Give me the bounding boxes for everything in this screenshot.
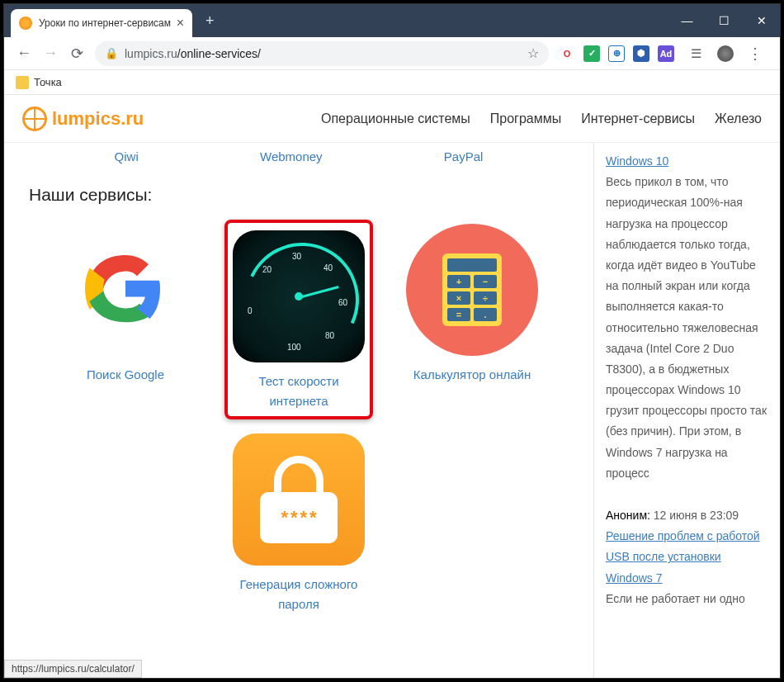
nav-services[interactable]: Интернет-сервисы	[581, 111, 695, 126]
extension-cube-icon[interactable]: ⬢	[633, 45, 649, 62]
reading-list-icon[interactable]: ☰	[682, 40, 709, 67]
browser-tab[interactable]: Уроки по интернет-сервисам ×	[11, 9, 192, 37]
service-label: Калькулятор онлайн	[413, 365, 531, 385]
site-nav: Операционные системы Программы Интернет-…	[321, 111, 762, 126]
service-calculator[interactable]: +− ×÷ =. Калькулятор онлайн	[398, 220, 546, 419]
nav-hardware[interactable]: Железо	[715, 111, 762, 126]
tab-title: Уроки по интернет-сервисам	[39, 17, 172, 29]
url-host: lumpics.ru	[125, 47, 177, 60]
service-google-search[interactable]: Поиск Google	[51, 220, 200, 419]
service-speed-test[interactable]: 0 20 30 40 60 80 100	[224, 220, 373, 419]
titlebar: Уроки по интернет-сервисам × + — ☐ ✕	[4, 4, 780, 37]
logo-text: lumpics.ru	[52, 108, 144, 130]
profile-avatar-icon[interactable]	[717, 45, 734, 62]
google-logo-icon	[68, 232, 183, 348]
service-label: Поиск Google	[87, 365, 164, 385]
nav-back-icon[interactable]: ←	[11, 40, 37, 67]
nav-forward-icon: →	[37, 40, 64, 67]
window-close-icon[interactable]: ✕	[743, 4, 780, 37]
new-tab-button[interactable]: +	[205, 12, 215, 30]
service-label: Тест скорости интернета	[233, 372, 365, 411]
url-input[interactable]: 🔒 lumpics.ru/online-services/ ☆	[95, 41, 549, 66]
tab-favicon-icon	[19, 17, 32, 30]
site-header: lumpics.ru Операционные системы Программ…	[4, 95, 780, 143]
service-label: Генерация сложного пароля	[224, 575, 373, 614]
bookmark-favicon-icon	[16, 76, 29, 89]
lock-icon: 🔒	[105, 47, 118, 59]
extension-check-icon[interactable]: ✓	[583, 45, 600, 62]
extension-ad-icon[interactable]: Ad	[658, 45, 674, 62]
calculator-icon: +− ×÷ =.	[406, 224, 538, 356]
bookmarks-bar: Точка	[4, 70, 780, 95]
speedometer-icon: 0 20 30 40 60 80 100	[233, 230, 365, 362]
sidebar-text: Весь прикол в том, что периодическая 100…	[606, 172, 768, 484]
bookmark-label: Точка	[34, 76, 62, 88]
address-bar: ← → ⟳ 🔒 lumpics.ru/online-services/ ☆ O …	[4, 37, 780, 70]
comment-date: 12 июня в 23:09	[654, 509, 739, 522]
logo-orange-icon	[22, 107, 47, 131]
service-password-gen[interactable]: **** Генерация сложного пароля	[224, 429, 373, 614]
url-path: /online-services/	[177, 47, 261, 60]
sidebar-link-win10[interactable]: Windows 10	[606, 154, 668, 168]
nav-reload-icon[interactable]: ⟳	[64, 40, 90, 67]
link-paypal[interactable]: PayPal	[444, 149, 484, 163]
menu-icon[interactable]: ⋮	[742, 40, 768, 67]
bookmark-item[interactable]: Точка	[16, 76, 62, 89]
padlock-icon: ****	[233, 433, 365, 566]
sidebar-text-2: Если не работает ни одно	[606, 589, 768, 609]
nav-os[interactable]: Операционные системы	[321, 111, 470, 126]
sidebar-link-usb[interactable]: Решение проблем с работой USB после уста…	[606, 529, 760, 584]
sidebar: Windows 10 Весь прикол в том, что период…	[593, 143, 780, 678]
nav-programs[interactable]: Программы	[490, 111, 561, 126]
bookmark-star-icon[interactable]: ☆	[527, 45, 539, 61]
window-minimize-icon[interactable]: —	[668, 4, 706, 37]
comment-author: Аноним:	[606, 509, 650, 522]
section-heading: Наши сервисы:	[29, 185, 577, 205]
tab-close-icon[interactable]: ×	[177, 16, 184, 31]
status-bar: https://lumpics.ru/calculator/	[4, 660, 142, 678]
extension-globe-icon[interactable]: ⊕	[608, 45, 625, 62]
link-qiwi[interactable]: Qiwi	[115, 149, 139, 163]
extension-opera-icon[interactable]: O	[559, 45, 575, 62]
site-logo[interactable]: lumpics.ru	[22, 107, 144, 131]
window-maximize-icon[interactable]: ☐	[706, 4, 743, 37]
link-webmoney[interactable]: Webmoney	[260, 149, 323, 163]
